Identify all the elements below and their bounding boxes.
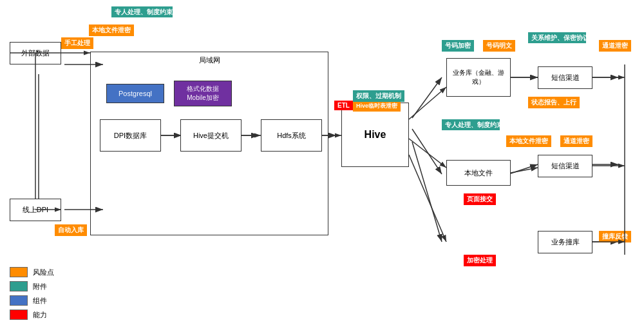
hdfs-box: Hdfs系统 bbox=[261, 119, 322, 152]
diagram: 外部数据 线上DPI 局域网 Postgresql 格式化数据 Mobile加密… bbox=[0, 0, 644, 277]
business-db-label: 业务撞库 bbox=[551, 237, 580, 247]
sms-channel1-box: 短信渠道 bbox=[538, 66, 592, 89]
legend-ability-label: 能力 bbox=[33, 310, 47, 320]
svg-line-11 bbox=[509, 164, 538, 174]
online-dpi-label: 线上DPI bbox=[23, 205, 48, 215]
legend-ability-box bbox=[10, 310, 28, 320]
sms-channel2-label: 短信渠道 bbox=[551, 161, 580, 171]
local-file-label: 本地文件 bbox=[464, 168, 493, 178]
tag-manual: 手工处理 bbox=[61, 37, 93, 49]
tag-dedicated1: 专人处理、制度约束 bbox=[111, 6, 173, 17]
svg-line-9 bbox=[412, 142, 442, 242]
tag-channel-leakage1: 通道泄密 bbox=[599, 40, 631, 52]
tag-local-leakage2: 本地文件泄密 bbox=[506, 135, 551, 147]
business-lib-box: 业务库（金融、游 戏） bbox=[446, 58, 511, 97]
sms-channel1-label: 短信渠道 bbox=[551, 73, 580, 83]
tag-page-access: 页面接交 bbox=[464, 193, 496, 205]
mobile-encrypted-box: 格式化数据 Mobile加密 bbox=[174, 81, 232, 106]
external-data-label: 外部数据 bbox=[21, 48, 50, 58]
business-db-box: 业务撞库 bbox=[538, 231, 592, 253]
tag-channel-leakage2: 通道泄密 bbox=[560, 135, 592, 147]
hive-engine-label: Hive提交机 bbox=[193, 131, 229, 141]
tag-permission: 权限、过期机制 bbox=[353, 90, 404, 102]
legend-component-box bbox=[10, 295, 28, 306]
svg-line-8 bbox=[412, 129, 442, 174]
dpi-db-box: DPI数据库 bbox=[100, 119, 161, 152]
tag-status-report: 状态报告、上行 bbox=[528, 97, 580, 108]
svg-line-28 bbox=[409, 155, 446, 242]
hive-label: Hive bbox=[365, 129, 386, 141]
lan-label: 局域网 bbox=[199, 55, 220, 65]
svg-line-7 bbox=[412, 77, 442, 118]
dpi-db-label: DPI数据库 bbox=[114, 131, 147, 141]
tag-encode: 号码加密 bbox=[442, 40, 474, 52]
tag-dedicated2: 专人处理、制度约束 bbox=[442, 119, 500, 130]
hdfs-label: Hdfs系统 bbox=[277, 131, 306, 141]
sms-channel2-box: 短信渠道 bbox=[538, 155, 592, 177]
business-lib-label: 业务库（金融、游 戏） bbox=[453, 68, 504, 86]
external-data-box: 外部数据 bbox=[10, 42, 61, 64]
mobile-encrypted-label: 格式化数据 Mobile加密 bbox=[187, 84, 219, 103]
legend-ability: 能力 bbox=[10, 310, 54, 320]
legend: 风险点 附件 组件 能力 bbox=[10, 267, 54, 320]
legend-risk-label: 风险点 bbox=[33, 268, 54, 277]
legend-component: 组件 bbox=[10, 295, 54, 306]
tag-hive-leakage: Hive临时表泄密 bbox=[353, 101, 401, 112]
tag-local-leakage1: 本地文件泄密 bbox=[89, 25, 134, 36]
legend-attachment: 附件 bbox=[10, 281, 54, 291]
svg-line-27 bbox=[409, 139, 446, 168]
tag-relation: 关系维护、保密协议 bbox=[528, 32, 586, 43]
tag-encrypt: 加密处理 bbox=[464, 255, 496, 266]
hive-box: Hive bbox=[341, 103, 409, 167]
legend-risk-box bbox=[10, 267, 28, 277]
legend-attachment-box bbox=[10, 281, 28, 291]
tag-etl: ETL bbox=[334, 101, 353, 110]
tag-db-feedback: 撞库反馈 bbox=[599, 231, 631, 242]
svg-line-26 bbox=[409, 87, 446, 119]
postgresql-box: Postgresql bbox=[106, 84, 164, 103]
tag-decode: 号码明文 bbox=[483, 40, 515, 52]
local-file-box: 本地文件 bbox=[446, 160, 511, 186]
legend-risk: 风险点 bbox=[10, 267, 54, 277]
postgresql-label: Postgresql bbox=[118, 90, 152, 97]
svg-line-30 bbox=[511, 168, 538, 173]
hive-engine-box: Hive提交机 bbox=[180, 119, 242, 152]
legend-component-label: 组件 bbox=[33, 296, 47, 306]
tag-auto-import: 自动入库 bbox=[55, 224, 87, 236]
online-dpi-box: 线上DPI bbox=[10, 199, 61, 221]
legend-attachment-label: 附件 bbox=[33, 282, 47, 291]
